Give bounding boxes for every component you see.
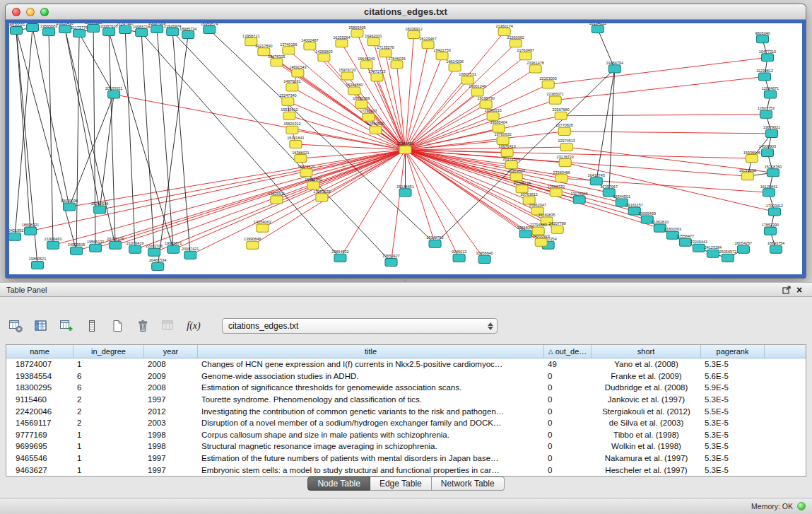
graph-node[interactable]: 19976413 [498,144,515,156]
graph-node[interactable]: 14254063 [254,220,271,232]
graph-node[interactable]: 19565132 [87,240,104,252]
minimize-button[interactable] [26,8,35,16]
graph-node[interactable]: 23383486 [553,170,570,182]
graph-node[interactable]: 15976720 [339,68,355,80]
table-row[interactable]: 2242004622012Investigating the contribut… [6,405,806,417]
graph-node[interactable]: 15247340 [279,93,296,105]
graph-node[interactable]: 18229467 [419,37,436,49]
graph-node[interactable]: 10477310 [759,49,776,62]
graph-node[interactable]: 16674520 [298,165,314,177]
table-row[interactable]: 946554611997Estimation of the future num… [6,452,806,465]
graph-node[interactable]: 19965871 [165,241,182,253]
new-document-button[interactable] [109,318,126,334]
graph-node[interactable]: 18693754 [767,241,784,253]
graph-node[interactable]: 16961340 [305,177,322,189]
graph-node[interactable]: 19860521 [29,257,46,269]
graph-node[interactable]: 20736925 [24,23,41,32]
graph-node[interactable]: 21560062 [507,35,524,47]
graph-node[interactable]: 14520911 [268,192,285,204]
graph-node[interactable]: 14002487 [301,38,318,50]
graph-node[interactable]: 18421753 [433,48,450,60]
graph-node[interactable]: 21760497 [517,48,534,60]
graph-node[interactable]: 19965718 [133,25,150,37]
graph-node[interactable]: 17240456 [396,141,413,153]
graph-node[interactable]: 12034871 [762,86,779,98]
graph-node[interactable]: 23894532 [331,250,348,262]
graph-node[interactable]: 14691543 [289,65,306,77]
graph-node[interactable]: 25056572 [719,250,736,262]
column-header-in_degree[interactable]: in_degree [73,345,144,358]
table-mode-button[interactable] [7,318,24,334]
graph-node[interactable]: 16101641 [287,136,304,148]
graph-node[interactable]: 16648340 [358,57,375,69]
tab-edge-table[interactable]: Edge Table [370,477,432,491]
graph-node[interactable]: 17251572 [313,189,330,201]
zoom-button[interactable] [40,8,49,16]
graph-node[interactable]: 15938046 [743,151,760,163]
graph-node[interactable]: 19780632 [494,132,511,144]
graph-node[interactable]: 18614208 [446,59,463,71]
graph-node[interactable]: 9245012 [452,250,466,262]
graph-node[interactable]: 15805405 [348,25,365,37]
graph-node[interactable]: 19029096 [61,199,78,211]
graph-node[interactable]: 18530021 [9,23,25,35]
graph-node[interactable]: 21961478 [526,61,543,73]
network-canvas[interactable]: 1853002120736925195656832061043821173776… [9,23,802,274]
graph-node[interactable]: 21908463 [45,237,61,249]
column-header-short[interactable]: short [592,345,701,358]
graph-node[interactable]: 19001246 [469,84,486,96]
graph-node[interactable]: 18807531 [459,72,476,84]
close-button[interactable] [12,8,20,16]
graph-node[interactable]: 20087421 [182,247,199,259]
delete-button[interactable] [134,318,151,334]
graph-node[interactable]: 20481534 [149,258,166,270]
graph-node[interactable]: 20533021 [105,86,122,98]
graph-node[interactable]: 24505505 [68,243,85,255]
graph-node[interactable]: 14976161 [283,79,300,91]
graph-node[interactable]: 19585404 [490,120,507,132]
graph-node[interactable]: 17660530 [367,122,384,134]
graph-node[interactable]: 20421992 [9,228,23,240]
column-header-year[interactable]: year [144,345,198,358]
graph-node[interactable]: 16388021 [292,151,309,163]
graph-node[interactable]: 16016258 [739,168,756,180]
graph-node[interactable]: 19565683 [40,24,57,36]
graph-node[interactable]: 17135278 [377,45,394,57]
graph-node[interactable]: 13679821 [763,125,780,137]
graph-node[interactable]: 13478325 [268,54,285,66]
graph-node[interactable]: 12807753 [758,106,775,118]
graph-node[interactable]: 17221007 [360,109,377,121]
graph-node[interactable]: 23588770 [547,185,564,197]
graph-node[interactable]: 23178733 [556,155,573,167]
graph-node[interactable]: 23794583 [529,223,546,235]
graph-node[interactable]: 15318760 [765,165,782,177]
graph-node[interactable]: 22974513 [558,139,575,151]
graph-node[interactable]: 13078946 [571,192,588,204]
graph-node[interactable]: 15148451 [396,185,413,197]
table-row[interactable]: 1830029562008Estimation of significance … [6,382,806,394]
graph-node[interactable]: 16783369 [353,96,370,108]
graph-node[interactable]: 16462031 [365,34,382,46]
graph-node[interactable]: 17846036 [388,57,405,69]
row-height-button[interactable] [83,318,100,334]
graph-node[interactable]: 16344560 [346,83,363,95]
table-row[interactable]: 1456911722003Disruption of a novel membe… [6,417,806,429]
graph-node[interactable]: 19195730 [477,96,494,108]
graph-node[interactable]: 14508903 [759,144,776,156]
graph-node[interactable]: 18698331 [22,223,39,235]
graph-node[interactable]: 13990846 [244,237,261,249]
graph-node[interactable]: 17003412 [766,204,783,216]
table-row[interactable]: 1872400712008Changes of HCN gene express… [6,358,806,370]
column-header-pagerank[interactable]: pagerank [701,345,765,358]
graph-node[interactable]: 13740156 [280,42,297,54]
graph-node[interactable]: 21926974 [164,24,181,36]
graph-node[interactable]: 17471723 [368,69,385,81]
window-titlebar[interactable]: citations_edges.txt [6,4,806,20]
graph-node[interactable]: 19484794 [606,61,623,73]
graph-node[interactable]: 25260536 [91,201,108,214]
column-header-out_de[interactable]: △out_de… [544,345,592,358]
table-row[interactable]: 977716911998Corpus callosum shape and si… [6,429,806,441]
graph-node[interactable]: 26054257 [735,241,752,253]
table-row[interactable]: 911546021997Tourette syndrome. Phenomeno… [6,394,806,406]
table-row[interactable]: 946362711997Embryonic stem cells: a mode… [6,464,806,476]
